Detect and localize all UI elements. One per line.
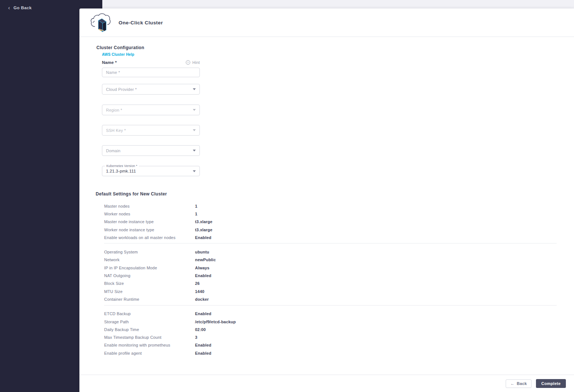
divider [104,305,557,306]
setting-value: Enabled [195,235,211,240]
setting-value: Enabled [195,343,211,347]
divider [104,243,557,243]
hint-label: Hint [192,60,200,65]
setting-label: Master node instance type [104,219,195,224]
setting-value: 1 [195,212,197,216]
setting-value: 02:00 [195,327,206,332]
setting-value: 26 [195,281,200,286]
chevron-down-icon [193,129,196,131]
chevron-down-icon [193,88,196,90]
complete-button[interactable]: Complete [536,379,566,388]
chevron-down-icon [193,150,196,151]
cloud-provider-select[interactable]: Cloud Provider * [102,84,200,95]
setting-label: Enable monitoring with prometheus [104,343,195,347]
table-row: Daily Backup Time 02:00 [104,325,557,333]
question-mark-icon: ? [186,60,190,65]
setting-value: 3 [195,335,197,340]
table-row: MTU Size 1440 [104,287,557,295]
ssh-key-placeholder: SSH Key * [106,128,193,133]
table-row: Network newPublic [104,256,557,264]
setting-value: Always [195,266,209,270]
setting-value: Enabled [195,311,211,316]
kubernetes-version-label: Kubernetes Version * [105,164,139,168]
kubernetes-version-value: 1.21.3-pmk.111 [106,169,193,173]
one-click-cluster-panel: aws One-Click Cluster Cluster Configurat… [79,8,574,392]
go-back-button[interactable]: ‹ Go Back [8,5,32,10]
setting-label: Master nodes [104,204,195,208]
hint-button[interactable]: ? Hint [186,60,200,65]
table-row: NAT Outgoing Enabled [104,272,557,279]
panel-header: aws One-Click Cluster [79,8,574,37]
arrow-left-icon: ← [510,381,515,386]
setting-label: Operating System [104,250,195,254]
setting-value: newPublic [195,258,216,262]
setting-label: IP in IP Encapsulation Mode [104,266,195,270]
setting-label: Container Runtime [104,297,195,301]
cluster-name-input[interactable] [102,68,200,77]
chevron-left-icon: ‹ [8,5,10,10]
setting-label: Worker nodes [104,212,195,216]
table-row: Storage Path /etc/pf9/etcd-backup [104,318,557,325]
page-title: One-Click Cluster [119,8,163,37]
table-row: Enable monitoring with prometheus Enable… [104,341,557,349]
table-row: ETCD Backup Enabled [104,310,557,318]
domain-select[interactable]: Domain [102,145,200,156]
cloud-provider-placeholder: Cloud Provider * [106,87,193,92]
back-button-label: Back [517,381,527,386]
table-row: Block Size 26 [104,280,557,287]
table-row: IP in IP Encapsulation Mode Always [104,264,557,272]
setting-value: /etc/pf9/etcd-backup [195,320,236,324]
wizard-footer: ← Back Complete [79,375,574,392]
table-row: Worker nodes 1 [104,210,557,218]
table-row: Master node instance type t3.xlarge [104,218,557,226]
setting-label: Worker node instance type [104,228,195,232]
aws-cluster-help-link[interactable]: AWS Cluster Help [102,52,134,57]
setting-value: Enabled [195,273,211,278]
setting-label: Network [104,258,195,262]
setting-label: Enable profile agent [104,351,195,355]
region-select[interactable]: Region * [102,105,200,115]
kubernetes-version-select[interactable]: Kubernetes Version * 1.21.3-pmk.111 [102,166,200,176]
ssh-key-select[interactable]: SSH Key * [102,125,200,136]
table-row: Worker node instance type t3.xlarge [104,226,557,234]
aws-cloud-icon: aws [89,12,111,34]
region-placeholder: Region * [106,108,193,112]
table-row: Enable profile agent Enabled [104,349,557,357]
setting-value: 1 [195,204,197,208]
setting-value: Enabled [195,351,211,355]
table-row: Master nodes 1 [104,202,557,210]
table-row: Operating System ubuntu [104,248,557,256]
setting-label: MTU Size [104,289,195,294]
setting-value: ubuntu [195,250,209,254]
back-button[interactable]: ← Back [506,379,532,388]
default-settings-heading: Default Settings for New Cluster [96,191,167,197]
setting-value: t3.xlarge [195,228,212,232]
table-row: Enable workloads on all master nodes Ena… [104,234,557,241]
chevron-down-icon [193,170,196,172]
default-settings-list: Master nodes 1 Worker nodes 1 Master nod… [104,202,557,357]
setting-label: Enable workloads on all master nodes [104,235,195,240]
name-field-label: Name * [102,60,117,65]
setting-label: ETCD Backup [104,311,195,316]
setting-label: Storage Path [104,320,195,324]
setting-label: Daily Backup Time [104,327,195,332]
setting-label: NAT Outgoing [104,273,195,278]
setting-label: Max Timestamp Backup Count [104,335,195,340]
domain-placeholder: Domain [106,149,193,153]
table-row: Max Timestamp Backup Count 3 [104,333,557,341]
table-row: Container Runtime docker [104,295,557,303]
go-back-label: Go Back [13,6,31,10]
setting-value: t3.xlarge [195,219,212,224]
setting-label: Block Size [104,281,195,286]
chevron-down-icon [193,109,196,111]
name-field-header: Name * ? Hint [102,60,200,65]
setting-value: 1440 [195,289,204,294]
cluster-configuration-heading: Cluster Configuration [96,45,144,50]
setting-value: docker [195,297,209,301]
